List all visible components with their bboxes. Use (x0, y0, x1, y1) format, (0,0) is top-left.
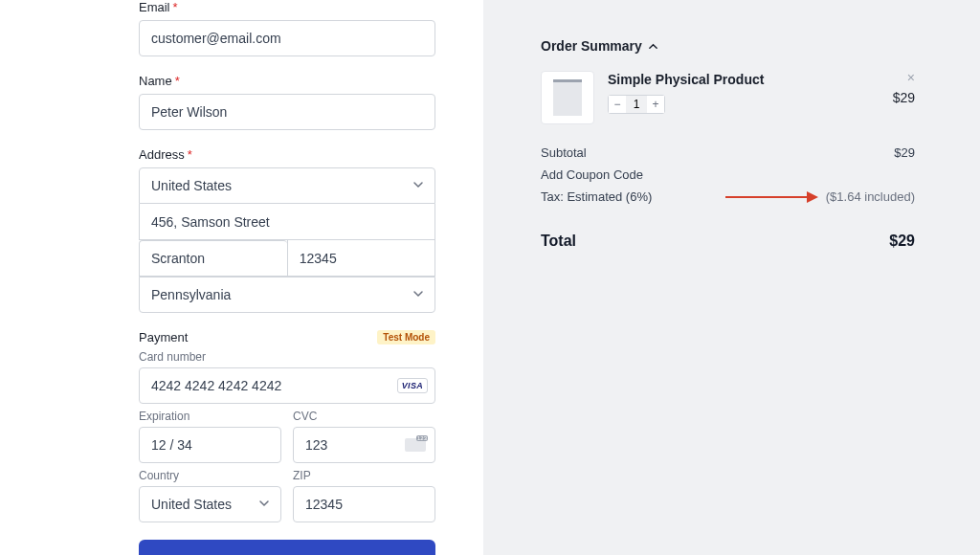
payment-country-select[interactable] (139, 486, 281, 522)
qty-value: 1 (626, 98, 647, 111)
cvc-label: CVC (293, 410, 435, 423)
test-mode-badge: Test Mode (377, 330, 435, 344)
chevron-up-icon (648, 41, 658, 52)
annotation-arrow-icon (725, 196, 810, 198)
qty-decrease-button[interactable]: − (609, 96, 626, 113)
tax-row: Tax: Estimated (6%) ($1.64 included) (541, 186, 915, 208)
zip-input[interactable] (287, 240, 435, 277)
state-select[interactable] (139, 277, 435, 313)
city-input[interactable] (139, 240, 287, 277)
expiration-input[interactable] (139, 427, 281, 463)
purchase-button[interactable]: Purchase $29 (139, 540, 435, 555)
expiration-label: Expiration (139, 410, 281, 423)
remove-item-button[interactable]: × (907, 71, 915, 84)
item-price: $29 (893, 90, 915, 105)
product-name: Simple Physical Product (608, 71, 880, 89)
address-label: Address* (139, 147, 435, 162)
name-input[interactable] (139, 94, 435, 130)
cart-item: Simple Physical Product − 1 + $29 × (541, 71, 915, 124)
order-summary-heading[interactable]: Order Summary (541, 38, 915, 54)
cvc-card-icon (405, 438, 426, 452)
payment-zip-input[interactable] (293, 486, 435, 522)
name-label: Name* (139, 74, 435, 88)
email-label: Email* (139, 0, 435, 14)
qty-increase-button[interactable]: + (647, 96, 664, 113)
payment-label: Payment (139, 330, 188, 344)
visa-icon: VISA (397, 378, 428, 393)
country-select[interactable] (139, 167, 435, 204)
card-number-label: Card number (139, 350, 435, 364)
total-row: Total $29 (541, 233, 915, 250)
quantity-stepper: − 1 + (608, 95, 665, 114)
payment-zip-label: ZIP (293, 469, 435, 482)
email-input[interactable] (139, 20, 435, 56)
card-number-input[interactable] (139, 367, 435, 404)
payment-country-label: Country (139, 469, 281, 482)
subtotal-row: Subtotal $29 (541, 142, 915, 164)
add-coupon-link[interactable]: Add Coupon Code (541, 164, 915, 186)
product-thumbnail (541, 71, 594, 124)
street-input[interactable] (139, 204, 435, 240)
